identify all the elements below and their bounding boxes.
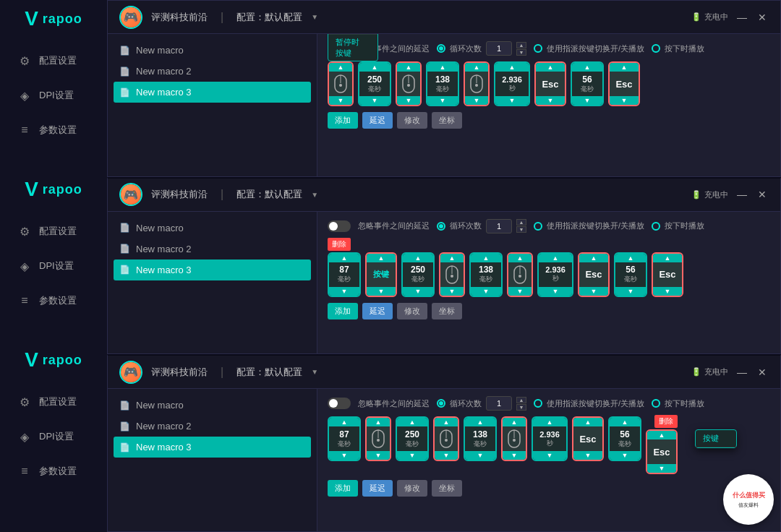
- delay-56-1[interactable]: ▲ 56 毫秒 ▼: [571, 61, 604, 106]
- coord-btn-3[interactable]: 坐标: [432, 480, 462, 497]
- mouse-down-3-2[interactable]: ▼: [508, 287, 532, 296]
- close-btn-3[interactable]: ✕: [756, 366, 769, 378]
- modify-btn-2[interactable]: 修改: [397, 303, 427, 319]
- esc-key-1-1[interactable]: ▲ Esc ▼: [534, 61, 566, 106]
- delete-badge-2[interactable]: 删除: [328, 238, 351, 251]
- add-btn-1[interactable]: 添加: [328, 112, 358, 129]
- switch-radio-dot-1[interactable]: [534, 44, 542, 53]
- delay87-down-3[interactable]: ▼: [329, 451, 359, 460]
- mouse-up-3-3[interactable]: ▲: [503, 418, 526, 426]
- loop-count-input-2[interactable]: [486, 219, 512, 233]
- mouse-down-1[interactable]: ▼: [329, 96, 352, 105]
- switch-radio-dot-3[interactable]: [534, 399, 542, 408]
- delay-2936-1[interactable]: ▲ 2.936 秒 ▼: [494, 61, 530, 106]
- mouse-2-2[interactable]: ▲ ▼: [439, 252, 465, 297]
- mouse-key-3-1[interactable]: ▲ ▼: [464, 61, 490, 106]
- dropdown-arrow-2[interactable]: ▼: [311, 191, 318, 199]
- delay138-up-3[interactable]: ▲: [465, 418, 495, 426]
- mouse-up-2-3[interactable]: ▲: [435, 418, 458, 426]
- mouse-up-1-3[interactable]: ▲: [367, 418, 390, 426]
- stepper-up-1[interactable]: ▲: [516, 42, 526, 48]
- macro-item-2-1[interactable]: 📄 New macro: [108, 218, 317, 239]
- press-radio-dot-2[interactable]: [652, 222, 660, 231]
- macro-item-3-3[interactable]: 📄 New macro 3: [114, 437, 311, 458]
- mouse-3-3[interactable]: ▲ ▼: [501, 416, 527, 461]
- close-btn-1[interactable]: ✕: [756, 12, 769, 23]
- loop-count-input-1[interactable]: [486, 41, 512, 56]
- add-btn-2[interactable]: 添加: [328, 303, 358, 319]
- esc2-down-3[interactable]: ▼: [647, 464, 676, 473]
- delay-down-1[interactable]: ▼: [359, 96, 390, 105]
- esc2-up-2[interactable]: ▲: [653, 254, 682, 262]
- delay56-up-2[interactable]: ▲: [615, 254, 646, 262]
- delay138-down-2[interactable]: ▼: [471, 287, 501, 296]
- press-up-2[interactable]: ▲: [367, 254, 396, 262]
- esc1-down-2[interactable]: ▼: [579, 287, 608, 296]
- sidebar-item-param-2[interactable]: ≡ 参数设置: [10, 285, 97, 317]
- esc2-down-1[interactable]: ▼: [610, 96, 639, 105]
- coord-btn-2[interactable]: 坐标: [432, 303, 462, 319]
- delay56-up-3[interactable]: ▲: [610, 418, 640, 426]
- esc1-up-2[interactable]: ▲: [579, 254, 608, 262]
- delay56-down-2[interactable]: ▼: [615, 287, 646, 296]
- sidebar-item-config-2[interactable]: ⚙ 配置设置: [10, 215, 97, 247]
- esc-2-2[interactable]: ▲ Esc ▼: [652, 252, 683, 297]
- sidebar-item-config[interactable]: ⚙ 配置设置: [10, 45, 97, 77]
- esc2-up-1[interactable]: ▲: [610, 63, 639, 72]
- delay-56-2[interactable]: ▲ 56 毫秒 ▼: [614, 252, 647, 297]
- stepper-up-3[interactable]: ▲: [516, 397, 526, 403]
- toggle-ignore-delay-3[interactable]: [328, 398, 351, 409]
- delay250-down-2[interactable]: ▼: [403, 287, 433, 296]
- macro-item-2-2[interactable]: 📄 New macro 2: [108, 239, 317, 259]
- switch-radio-dot-2[interactable]: [534, 222, 542, 231]
- loop-radio-dot-1[interactable]: [437, 44, 445, 53]
- sidebar-item-param-3[interactable]: ≡ 参数设置: [10, 455, 97, 487]
- esc-1-3[interactable]: ▲ Esc ▼: [572, 416, 604, 461]
- delay2936-up-3[interactable]: ▲: [533, 418, 566, 426]
- sidebar-item-config-3[interactable]: ⚙ 配置设置: [10, 386, 97, 418]
- delay2936-up-2[interactable]: ▲: [539, 254, 572, 262]
- mouse-down-2-2[interactable]: ▼: [440, 287, 464, 296]
- delay250-up-3[interactable]: ▲: [397, 418, 427, 426]
- modify-btn-3[interactable]: 修改: [397, 480, 427, 497]
- delay-138-1[interactable]: ▲ 138 毫秒 ▼: [426, 61, 459, 106]
- stepper-down-2[interactable]: ▼: [516, 226, 526, 233]
- press-down-2[interactable]: ▼: [367, 287, 396, 296]
- delay-250-3[interactable]: ▲ 250 毫秒 ▼: [396, 416, 429, 461]
- delay-2936-2[interactable]: ▲ 2.936 秒 ▼: [537, 252, 573, 297]
- mouse-key-2-1[interactable]: ▲ ▼: [396, 61, 422, 106]
- delay2936-down-1[interactable]: ▼: [495, 96, 529, 105]
- stepper-up-2[interactable]: ▲: [516, 219, 526, 226]
- delay250-down-3[interactable]: ▼: [397, 451, 427, 460]
- delay2936-down-2[interactable]: ▼: [539, 287, 572, 296]
- delay-250-2[interactable]: ▲ 250 毫秒 ▼: [401, 252, 435, 297]
- esc1-up-3[interactable]: ▲: [573, 418, 602, 426]
- stepper-down-3[interactable]: ▼: [516, 404, 526, 411]
- delay-138-2[interactable]: ▲ 138 毫秒 ▼: [469, 252, 503, 297]
- delay87-up-3[interactable]: ▲: [329, 418, 359, 426]
- ctx-pause-key-1[interactable]: 暂停时按键: [328, 35, 377, 61]
- dropdown-arrow-1[interactable]: ▼: [311, 13, 318, 21]
- dropdown-arrow-3[interactable]: ▼: [311, 368, 318, 376]
- close-btn-2[interactable]: ✕: [756, 189, 769, 200]
- delay250-up-2[interactable]: ▲: [403, 254, 433, 262]
- mouse-down-2-3[interactable]: ▼: [435, 451, 458, 460]
- esc2-down-2[interactable]: ▼: [653, 287, 682, 296]
- mouse-key-1[interactable]: ▲ ▼: [328, 61, 354, 106]
- press-radio-dot-3[interactable]: [652, 399, 660, 408]
- minimize-btn-2[interactable]: —: [735, 189, 748, 200]
- delay87-down-2[interactable]: ▼: [329, 287, 359, 296]
- toggle-ignore-delay-2[interactable]: [328, 220, 351, 232]
- mouse-up-3-2[interactable]: ▲: [508, 254, 532, 262]
- delay87-up-2[interactable]: ▲: [329, 254, 359, 262]
- esc1-down-3[interactable]: ▼: [573, 451, 602, 460]
- delay-138-3[interactable]: ▲ 138 毫秒 ▼: [464, 416, 497, 461]
- add-btn-3[interactable]: 添加: [328, 480, 358, 497]
- ctx-key-3[interactable]: 按键: [696, 430, 736, 447]
- sidebar-item-dpi-2[interactable]: ◈ DPI设置: [10, 250, 97, 282]
- macro-item-3-2[interactable]: 📄 New macro 2: [108, 416, 317, 437]
- loop-count-input-3[interactable]: [486, 396, 512, 411]
- delay138-up-2[interactable]: ▲: [471, 254, 501, 262]
- mouse-up2-1[interactable]: ▲: [397, 63, 420, 72]
- delay56-down-3[interactable]: ▼: [610, 451, 640, 460]
